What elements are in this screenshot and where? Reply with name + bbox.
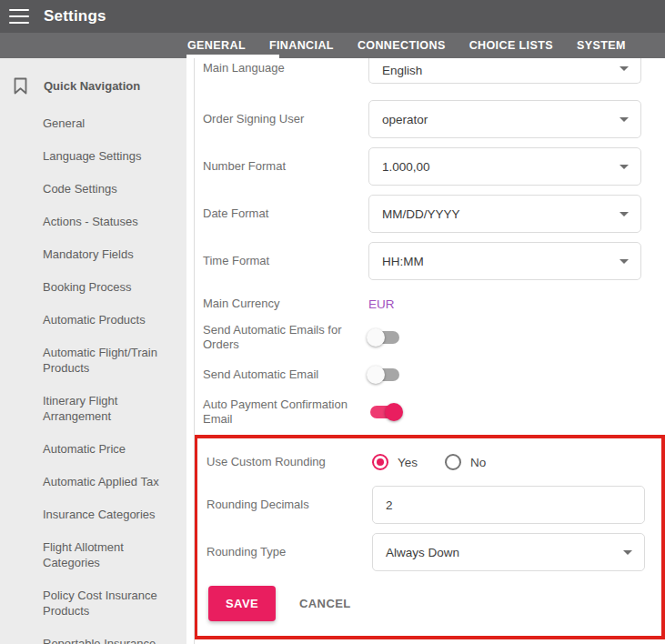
- rounding-type-row: Rounding Type Always Down: [207, 533, 661, 571]
- chevron-down-icon: [620, 259, 629, 264]
- time-format-label: Time Format: [203, 254, 368, 268]
- rounding-type-select[interactable]: Always Down: [372, 533, 645, 571]
- radio-yes[interactable]: Yes: [372, 454, 418, 470]
- date-format-label: Date Format: [203, 206, 368, 221]
- chevron-down-icon: [620, 165, 629, 169]
- radio-selected-icon: [372, 454, 388, 470]
- app-header: Settings: [0, 0, 665, 33]
- sidebar-item-insurance-categories[interactable]: Insurance Categories: [43, 507, 181, 522]
- tab-system[interactable]: SYSTEM: [577, 39, 626, 52]
- sidebar-item-automatic-products[interactable]: Automatic Products: [43, 312, 181, 327]
- date-format-select[interactable]: MM/DD/YYYY: [368, 195, 641, 233]
- chevron-down-icon: [620, 117, 629, 122]
- custom-rounding-annotation-box: Use Custom Rounding Yes No Rounding Deci…: [194, 435, 665, 639]
- settings-tabbar: GENERAL FINANCIAL CONNECTIONS CHOICE LIS…: [0, 33, 665, 58]
- tab-financial[interactable]: FINANCIAL: [269, 39, 334, 52]
- sidebar-item-automatic-applied-tax[interactable]: Automatic Applied Tax: [43, 474, 181, 489]
- rounding-decimals-label: Rounding Decimals: [207, 498, 372, 512]
- form-actions: SAVE CANCEL: [207, 586, 661, 621]
- sidebar-item-automatic-flight-train-products[interactable]: Automatic Flight/Train Products: [43, 345, 181, 376]
- sidebar-item-mandatory-fields[interactable]: Mandatory Fields: [43, 247, 181, 262]
- auto-payment-confirmation-label: Auto Payment Confirmation Email: [203, 397, 368, 427]
- use-custom-rounding-label: Use Custom Rounding: [207, 455, 372, 469]
- label-notch: [186, 55, 279, 58]
- sidebar-item-general[interactable]: General: [43, 116, 181, 131]
- time-format-row: Time Format HH:MM: [203, 242, 665, 280]
- sidebar-item-itinerary-flight-arrangement[interactable]: Itinerary Flight Arrangement: [43, 393, 181, 424]
- cancel-button[interactable]: CANCEL: [299, 597, 351, 610]
- tab-general[interactable]: GENERAL: [187, 39, 246, 52]
- send-auto-emails-orders-row: Send Automatic Emails for Orders: [203, 324, 665, 351]
- order-signing-user-label: Order Signing User: [203, 112, 368, 126]
- number-format-label: Number Format: [203, 159, 368, 174]
- main-currency-link[interactable]: EUR: [368, 297, 395, 311]
- rounding-decimals-row: Rounding Decimals: [207, 486, 661, 524]
- main-language-select[interactable]: English: [368, 58, 641, 84]
- rounding-type-label: Rounding Type: [207, 545, 372, 559]
- sidebar-item-automatic-price[interactable]: Automatic Price: [43, 441, 181, 457]
- use-custom-rounding-radios: Yes No: [372, 454, 513, 470]
- order-signing-user-row: Order Signing User operator: [203, 100, 665, 138]
- general-settings-form: Main Language English Order Signing User…: [194, 58, 665, 644]
- auto-payment-confirmation-toggle[interactable]: [368, 403, 399, 421]
- quick-navigation-sidebar: Quick Navigation General Language Settin…: [0, 58, 186, 644]
- chevron-down-icon: [620, 212, 629, 216]
- number-format-row: Number Format 1.000,00: [203, 147, 665, 186]
- use-custom-rounding-row: Use Custom Rounding Yes No: [207, 449, 661, 475]
- sidebar-item-actions-statuses[interactable]: Actions - Statuses: [43, 214, 181, 229]
- sidebar-item-list: General Language Settings Code Settings …: [0, 116, 186, 644]
- send-auto-email-row: Send Automatic Email: [203, 361, 665, 388]
- sidebar-item-booking-process[interactable]: Booking Process: [43, 279, 181, 295]
- auto-payment-confirmation-row: Auto Payment Confirmation Email: [203, 398, 665, 426]
- chevron-down-icon: [620, 66, 629, 71]
- order-signing-user-select[interactable]: operator: [368, 100, 641, 138]
- main-language-row: Main Language English: [203, 58, 665, 92]
- date-format-row: Date Format MM/DD/YYYY: [203, 195, 665, 233]
- page-title: Settings: [44, 7, 106, 25]
- tab-choice-lists[interactable]: CHOICE LISTS: [469, 39, 553, 52]
- main-language-label: Main Language: [203, 58, 368, 75]
- radio-no[interactable]: No: [445, 454, 486, 470]
- send-auto-emails-orders-toggle[interactable]: [368, 328, 399, 347]
- menu-icon[interactable]: [9, 9, 29, 24]
- sidebar-item-code-settings[interactable]: Code Settings: [43, 181, 181, 196]
- main-currency-row: Main Currency EUR: [203, 291, 665, 317]
- send-auto-email-toggle[interactable]: [368, 366, 399, 384]
- tab-connections[interactable]: CONNECTIONS: [358, 39, 446, 52]
- chevron-down-icon: [623, 550, 632, 555]
- rounding-decimals-input[interactable]: [372, 486, 645, 524]
- radio-unselected-icon: [445, 454, 461, 470]
- main-currency-label: Main Currency: [203, 297, 368, 311]
- quick-navigation-title: Quick Navigation: [44, 79, 140, 93]
- send-auto-emails-orders-label: Send Automatic Emails for Orders: [203, 323, 368, 352]
- number-format-select[interactable]: 1.000,00: [368, 147, 641, 186]
- sidebar-item-flight-allotment-categories[interactable]: Flight Allotment Categories: [43, 539, 181, 570]
- quick-navigation-header: Quick Navigation: [0, 76, 186, 96]
- sidebar-item-policy-cost-insurance-products[interactable]: Policy Cost Insurance Products: [43, 588, 181, 619]
- sidebar-item-language-settings[interactable]: Language Settings: [43, 148, 181, 164]
- sidebar-item-reportable-insurance-products[interactable]: Reportable Insurance Products: [43, 636, 181, 644]
- bookmark-icon: [12, 76, 29, 96]
- save-button[interactable]: SAVE: [208, 586, 276, 621]
- time-format-select[interactable]: HH:MM: [368, 242, 641, 280]
- send-auto-email-label: Send Automatic Email: [203, 367, 368, 382]
